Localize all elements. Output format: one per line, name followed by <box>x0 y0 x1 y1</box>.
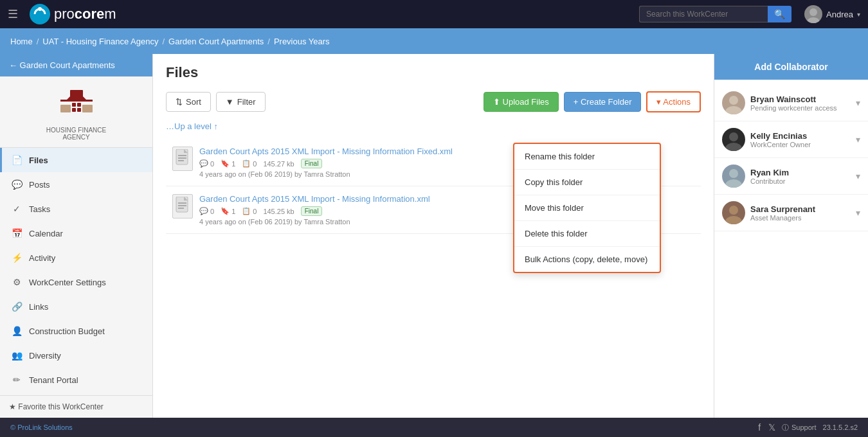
sidebar-item-workcenter-settings[interactable]: ⚙ WorkCenter Settings <box>0 270 152 294</box>
upload-files-button[interactable]: ⬆ Upload Files <box>484 92 559 112</box>
action-copy-folder[interactable]: Copy this folder <box>514 170 660 195</box>
file-versions: 🔖 1 <box>221 207 235 215</box>
toolbar: ⇅ Sort ▼ Filter ⬆ Upload Files + Create … <box>166 91 701 112</box>
sidebar-item-links[interactable]: 🔗 Links <box>0 294 152 319</box>
avatar <box>804 5 822 23</box>
action-bulk-actions[interactable]: Bulk Actions (copy, delete, move) <box>514 247 660 272</box>
breadcrumb-sep-2: / <box>162 37 165 46</box>
calendar-icon: 📅 <box>11 228 23 238</box>
facebook-icon[interactable]: f <box>758 422 761 433</box>
sidebar-item-tasks-label: Tasks <box>29 204 50 214</box>
add-collaborator-button[interactable]: Add Collaborator <box>714 54 868 80</box>
svg-marker-5 <box>67 90 86 100</box>
user-menu[interactable]: Andrea ▾ <box>804 5 860 23</box>
collaborator-info: Bryan Wainscott Pending workcenter acces… <box>750 94 851 112</box>
sidebar-item-tenant-portal[interactable]: ✏ Tenant Portal <box>0 368 152 392</box>
svg-point-0 <box>30 4 50 24</box>
svg-rect-12 <box>82 105 93 112</box>
org-logo-icon <box>54 87 99 122</box>
twitter-icon[interactable]: 𝕏 <box>768 422 775 433</box>
version-icon: 🔖 <box>221 159 230 168</box>
action-rename-folder[interactable]: Rename this folder <box>514 144 660 170</box>
collaborator-role: Asset Managers <box>750 214 851 222</box>
construction-budget-icon: 👤 <box>11 326 23 336</box>
svg-point-2 <box>809 8 817 16</box>
sidebar-item-posts[interactable]: 💬 Posts <box>0 172 152 197</box>
file-comments: 💬 0 <box>199 159 214 168</box>
svg-point-27 <box>729 169 738 178</box>
action-move-folder[interactable]: Move this folder <box>514 195 660 221</box>
footer: © ProLink Solutions f 𝕏 ⓘ Support 23.1.5… <box>0 418 868 437</box>
svg-point-3 <box>807 17 820 23</box>
files-icon: 📄 <box>11 155 23 165</box>
sidebar-item-activity[interactable]: ⚡ Activity <box>0 245 152 270</box>
collaborator-expand-icon[interactable]: ▾ <box>856 98 860 108</box>
search-input[interactable] <box>639 6 768 22</box>
breadcrumb-sep-3: / <box>267 37 270 46</box>
sidebar-item-calendar[interactable]: 📅 Calendar <box>0 221 152 245</box>
filter-button[interactable]: ▼ Filter <box>216 92 266 112</box>
download-icon: 📋 <box>242 207 251 215</box>
footer-version: 23.1.5.2.s2 <box>823 424 858 431</box>
sidebar-item-construction-budget[interactable]: 👤 Construction Budget <box>0 319 152 343</box>
svg-point-26 <box>725 143 742 151</box>
sidebar-item-construction-budget-label: Construction Budget <box>29 326 105 336</box>
breadcrumb-agency[interactable]: UAT - Housing Finance Agency <box>42 37 158 46</box>
version-icon: 🔖 <box>221 207 230 215</box>
procore-logo-icon <box>28 3 51 26</box>
collaborator-name: Sara Surprenant <box>750 204 851 214</box>
tasks-icon: ✓ <box>11 204 23 214</box>
collaborator-item: Sara Surprenant Asset Managers ▾ <box>714 195 868 231</box>
sidebar-item-tasks[interactable]: ✓ Tasks <box>0 197 152 221</box>
sidebar-item-diversity[interactable]: 👥 Diversity <box>0 343 152 368</box>
avatar <box>722 91 745 114</box>
collaborator-info: Ryan Kim Contributor <box>750 168 851 185</box>
avatar <box>722 165 745 188</box>
svg-rect-8 <box>77 103 81 107</box>
support-link[interactable]: ⓘ Support <box>782 423 817 433</box>
up-level-link[interactable]: …Up a level ↑ <box>166 121 218 131</box>
collaborator-expand-icon[interactable]: ▾ <box>856 171 860 181</box>
file-status-badge: Final <box>301 159 323 168</box>
svg-rect-6 <box>60 100 93 102</box>
breadcrumb-sep-1: / <box>37 37 39 46</box>
collaborator-role: Pending workcenter access <box>750 104 851 112</box>
collaborator-info: Kelly Encinias WorkCenter Owner <box>750 131 851 148</box>
sidebar-item-files[interactable]: 📄 Files <box>0 148 152 172</box>
svg-point-29 <box>729 206 738 215</box>
sidebar-logo: HOUSING FINANCEAGENCY <box>0 76 152 148</box>
action-delete-folder[interactable]: Delete this folder <box>514 221 660 247</box>
right-panel: Add Collaborator Bryan Wainscott Pending… <box>714 54 868 418</box>
hamburger-menu[interactable]: ☰ <box>8 7 18 21</box>
file-downloads: 📋 0 <box>242 159 257 168</box>
sort-label: Sort <box>186 97 201 107</box>
sidebar-item-tenant-portal-label: Tenant Portal <box>29 375 78 385</box>
create-folder-button[interactable]: + Create Folder <box>564 92 642 112</box>
actions-button[interactable]: ▾ Actions <box>646 91 701 112</box>
content-area: Files ⇅ Sort ▼ Filter ⬆ Upload Files + C… <box>153 54 714 418</box>
filter-label: Filter <box>237 97 256 107</box>
workcenter-settings-icon: ⚙ <box>11 277 23 287</box>
sort-button[interactable]: ⇅ Sort <box>166 92 211 112</box>
sidebar-item-diversity-label: Diversity <box>29 351 61 361</box>
diversity-icon: 👥 <box>11 350 23 361</box>
collaborator-expand-icon[interactable]: ▾ <box>856 208 860 218</box>
breadcrumb-home[interactable]: Home <box>10 37 33 46</box>
org-name: HOUSING FINANCEAGENCY <box>6 127 146 141</box>
logo-text: procorem <box>54 6 116 22</box>
svg-rect-10 <box>77 108 81 112</box>
comment-icon: 💬 <box>199 207 208 215</box>
breadcrumb-current[interactable]: Previous Years <box>274 37 330 46</box>
breadcrumb-project[interactable]: Garden Court Apartments <box>168 37 264 46</box>
sidebar-item-files-label: Files <box>29 156 48 165</box>
search-button[interactable]: 🔍 <box>768 6 791 22</box>
svg-point-1 <box>38 7 42 11</box>
svg-rect-7 <box>72 103 76 107</box>
sidebar-item-activity-label: Activity <box>29 253 55 263</box>
sidebar-item-links-label: Links <box>29 302 48 312</box>
favorite-workcenter-button[interactable]: ★ Favorite this WorkCenter <box>0 395 152 418</box>
sidebar-back-button[interactable]: ← Garden Court Apartments <box>0 54 152 76</box>
collaborator-expand-icon[interactable]: ▾ <box>856 134 860 145</box>
footer-copyright: © ProLink Solutions <box>10 424 752 431</box>
file-status-badge: Final <box>301 206 323 216</box>
